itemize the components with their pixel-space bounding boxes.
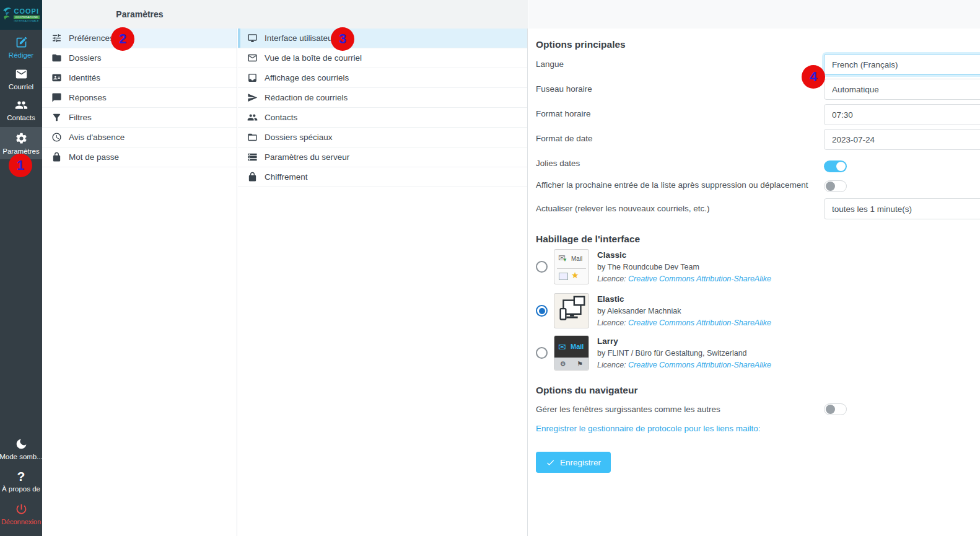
licence-label: Licence: xyxy=(597,319,626,327)
popups-label: Gérer les fenêtres surgissantes comme le… xyxy=(536,404,720,415)
settings-nav-password[interactable]: Mot de passe xyxy=(42,147,237,167)
thumb-mail-text: Mail xyxy=(571,343,584,350)
section-server-settings[interactable]: Paramètres du serveur xyxy=(238,147,527,167)
settings-nav-filters[interactable]: Filtres xyxy=(42,108,237,128)
section-item-label: Contacts xyxy=(265,113,297,122)
toggle-knob xyxy=(836,162,846,171)
nav-item-label: Réponses xyxy=(69,93,107,102)
app-sidebar: COOPI COOPERAZIONE INTERNAZIONALE Rédige… xyxy=(0,0,42,536)
elastic-radio[interactable] xyxy=(536,305,548,317)
annotation-badge-3: 3 xyxy=(331,27,354,51)
section-heading-general: Options principales xyxy=(536,38,626,51)
skin-option-larry[interactable]: ✉ Mail ⚙⚑ Larry by FLINT / Büro für Gest… xyxy=(536,335,771,371)
section-encryption[interactable]: Chiffrement xyxy=(238,167,527,187)
sidebar-item-contacts[interactable]: Contacts xyxy=(0,95,42,125)
skin-name: Elastic xyxy=(597,294,771,305)
settings-nav-vacation[interactable]: Avis d'absence xyxy=(42,128,237,147)
folder-icon xyxy=(51,53,62,63)
sidebar-item-mail[interactable]: Courriel xyxy=(0,64,42,94)
settings-column-title: Paramètres xyxy=(42,0,237,29)
section-special-folders[interactable]: Dossiers spéciaux xyxy=(238,128,527,147)
date-format-select[interactable]: 2023-07-24 xyxy=(824,129,980,150)
inbox-icon xyxy=(247,72,258,83)
settings-nav-identities[interactable]: Identités xyxy=(42,68,237,88)
section-item-label: Interface utilisateur xyxy=(265,33,335,43)
refresh-label: Actualiser (relever les nouveaux courrie… xyxy=(536,203,710,214)
sidebar-item-label: Mode somb... xyxy=(0,453,43,460)
licence-link[interactable]: Creative Commons Attribution-ShareAlike xyxy=(628,275,771,283)
skin-name: Classic xyxy=(597,250,771,261)
preferences-form-panel: Options principales Langue French (Franç… xyxy=(528,29,980,536)
section-message-display[interactable]: Affichage des courriels xyxy=(238,68,527,88)
licence-link[interactable]: Creative Commons Attribution-ShareAlike xyxy=(628,361,771,369)
settings-nav-responses[interactable]: Réponses xyxy=(42,88,237,108)
refresh-select[interactable]: toutes les 1 minute(s) xyxy=(824,198,980,219)
language-select[interactable]: French (Français) xyxy=(824,54,980,75)
section-item-label: Chiffrement xyxy=(265,172,308,182)
popups-toggle[interactable] xyxy=(824,403,847,415)
section-heading-browser: Options du navigateur xyxy=(536,384,637,397)
annotation-badge-1: 1 xyxy=(9,154,32,177)
star-icon: ★ xyxy=(571,270,579,280)
licence-link[interactable]: Creative Commons Attribution-ShareAlike xyxy=(628,319,771,327)
mail-icon xyxy=(15,68,28,81)
coopi-logo[interactable]: COOPI COOPERAZIONE INTERNAZIONALE xyxy=(0,0,42,30)
nav-item-label: Avis d'absence xyxy=(69,133,125,142)
coopi-bird-icon xyxy=(2,7,12,23)
language-label: Langue xyxy=(536,59,564,70)
section-contacts[interactable]: Contacts xyxy=(238,108,527,128)
sidebar-item-label: Déconnexion xyxy=(1,518,41,525)
envelope-icon xyxy=(247,53,258,63)
larry-radio[interactable] xyxy=(536,347,548,359)
sidebar-item-dark-mode[interactable]: Mode somb... xyxy=(0,436,42,462)
mailto-protocol-link[interactable]: Enregistrer le gestionnaire de protocole… xyxy=(536,423,760,434)
skin-option-elastic[interactable]: Elastic by Aleksander Machniak Licence: … xyxy=(536,293,771,328)
section-composing[interactable]: Rédaction de courriels xyxy=(238,88,527,108)
logo-brand-text: COOPI xyxy=(14,8,39,15)
folder-outline-icon xyxy=(247,132,258,143)
id-card-icon xyxy=(51,72,62,83)
devices-icon xyxy=(554,294,588,328)
settings-nav-preferences[interactable]: Préférences xyxy=(42,29,237,48)
sections-column: Interface utilisateur Vue de la boîte de… xyxy=(238,29,528,536)
sidebar-item-about[interactable]: ? À propos de xyxy=(0,469,42,493)
next-entry-label: Afficher la prochaine entrée de la liste… xyxy=(536,180,808,191)
section-item-label: Rédaction de courriels xyxy=(265,93,348,102)
section-heading-skin: Habillage de l'interface xyxy=(536,233,640,245)
nav-item-label: Préférences xyxy=(69,33,114,43)
language-value: French (Français) xyxy=(832,60,898,69)
chat-icon xyxy=(51,92,62,103)
help-icon: ? xyxy=(17,470,25,483)
section-user-interface[interactable]: Interface utilisateur xyxy=(238,29,527,48)
sidebar-item-compose[interactable]: Rédiger xyxy=(0,32,42,62)
next-entry-toggle[interactable] xyxy=(824,180,847,192)
divider xyxy=(557,268,586,269)
nav-item-label: Mot de passe xyxy=(69,152,119,162)
timezone-select[interactable]: Automatique xyxy=(824,79,980,100)
refresh-value: toutes les 1 minute(s) xyxy=(832,204,912,214)
section-item-label: Dossiers spéciaux xyxy=(265,133,333,142)
pretty-dates-toggle[interactable] xyxy=(824,160,847,172)
section-item-label: Vue de la boîte de courriel xyxy=(265,53,362,63)
settings-nav-folders[interactable]: Dossiers xyxy=(42,48,237,68)
timezone-value: Automatique xyxy=(832,85,879,94)
time-format-select[interactable]: 07:30 xyxy=(824,104,980,125)
skin-option-classic[interactable]: ✉ ▼ Mail ★ Classic by The Roundcube Dev … xyxy=(536,249,771,284)
monitor-icon xyxy=(247,33,258,43)
nav-item-label: Filtres xyxy=(69,113,92,122)
sidebar-item-logout[interactable]: Déconnexion xyxy=(0,501,42,526)
send-icon xyxy=(247,92,258,103)
sidebar-item-label: À propos de xyxy=(2,485,40,493)
classic-radio[interactable] xyxy=(536,261,548,273)
sliders-icon xyxy=(51,33,62,43)
date-format-value: 2023-07-24 xyxy=(832,135,875,144)
window-icon xyxy=(559,273,568,280)
section-mailbox-view[interactable]: Vue de la boîte de courriel xyxy=(238,48,527,68)
toggle-knob xyxy=(826,182,835,191)
sidebar-item-label: Courriel xyxy=(9,83,33,90)
sidebar-item-label: Rédiger xyxy=(9,51,33,59)
save-button[interactable]: Enregistrer xyxy=(536,452,611,473)
moon-icon xyxy=(15,437,28,450)
section-item-label: Paramètres du serveur xyxy=(265,152,349,162)
sidebar-item-label: Contacts xyxy=(7,114,35,121)
